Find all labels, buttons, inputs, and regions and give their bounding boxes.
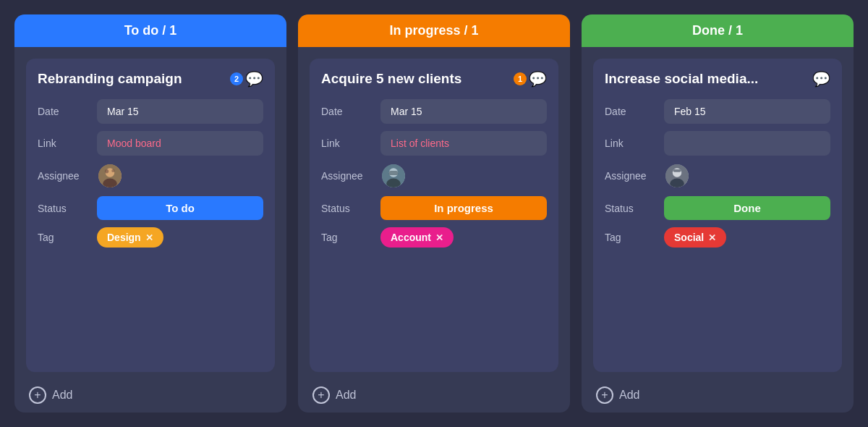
svg-rect-12 bbox=[673, 169, 681, 172]
tag-pill[interactable]: Social ✕ bbox=[664, 227, 726, 248]
date-row: Date Mar 15 bbox=[321, 99, 547, 124]
svg-rect-8 bbox=[389, 171, 398, 175]
card-title: Increase social media... bbox=[605, 71, 807, 87]
link-value[interactable]: List of clients bbox=[380, 131, 547, 156]
card-title-row: Rebranding campaign 2 💬 bbox=[38, 70, 263, 88]
add-icon: + bbox=[596, 386, 613, 404]
card-social: Increase social media... 💬 Date Feb 15 L… bbox=[593, 59, 842, 372]
card-rebranding: Rebranding campaign 2 💬 Date Mar 15 Link… bbox=[26, 59, 275, 372]
link-row: Link bbox=[605, 131, 830, 156]
tag-row: Tag Design ✕ bbox=[38, 227, 263, 248]
add-card-footer[interactable]: + Add bbox=[14, 378, 286, 413]
status-row: Status To do bbox=[38, 196, 263, 220]
status-button[interactable]: Done bbox=[664, 196, 830, 220]
column-header-todo: To do / 1 bbox=[14, 14, 286, 47]
avatar bbox=[380, 163, 407, 189]
tag-pill[interactable]: Design ✕ bbox=[97, 227, 163, 248]
status-row: Status In progress bbox=[321, 196, 547, 220]
tag-label: Tag bbox=[321, 232, 373, 243]
column-header-inprogress: In progress / 1 bbox=[298, 14, 570, 47]
svg-point-3 bbox=[105, 169, 109, 173]
link-row: Link Mood board bbox=[38, 131, 263, 156]
link-value[interactable] bbox=[664, 131, 830, 156]
column-title-todo: To do / 1 bbox=[124, 23, 177, 38]
column-done: Done / 1 Increase social media... 💬 Date… bbox=[582, 14, 854, 413]
tag-value: Social bbox=[674, 232, 704, 243]
column-todo: To do / 1 Rebranding campaign 2 💬 Date M… bbox=[14, 14, 286, 413]
tag-row: Tag Social ✕ bbox=[605, 227, 830, 248]
comment-icon: 💬 bbox=[812, 70, 830, 88]
date-label: Date bbox=[321, 106, 373, 117]
status-label: Status bbox=[321, 203, 373, 214]
card-title: Rebranding campaign bbox=[38, 71, 224, 87]
date-value[interactable]: Mar 15 bbox=[97, 99, 263, 124]
assignee-row: Assignee bbox=[38, 163, 263, 189]
tag-remove[interactable]: ✕ bbox=[145, 232, 153, 243]
date-label: Date bbox=[38, 106, 90, 117]
card-acquire: Acquire 5 new clients 1 💬 Date Mar 15 Li… bbox=[310, 59, 558, 372]
assignee-row: Assignee bbox=[605, 163, 830, 189]
tag-label: Tag bbox=[605, 232, 657, 243]
add-label: Add bbox=[619, 389, 639, 402]
column-header-done: Done / 1 bbox=[582, 14, 854, 47]
comment-badge[interactable]: 💬 bbox=[812, 70, 830, 88]
assignee-label: Assignee bbox=[321, 170, 373, 182]
comment-count: 1 bbox=[514, 72, 527, 85]
tag-value: Account bbox=[391, 232, 431, 243]
add-label: Add bbox=[336, 389, 356, 402]
svg-point-4 bbox=[111, 169, 114, 172]
date-value[interactable]: Mar 15 bbox=[380, 99, 547, 124]
avatar-group bbox=[380, 163, 401, 189]
link-label: Link bbox=[321, 138, 373, 149]
card-title-row: Increase social media... 💬 bbox=[605, 70, 830, 88]
column-title-inprogress: In progress / 1 bbox=[389, 23, 478, 38]
link-label: Link bbox=[605, 138, 657, 149]
column-inprogress: In progress / 1 Acquire 5 new clients 1 … bbox=[298, 14, 570, 413]
date-label: Date bbox=[605, 106, 657, 117]
assignee-label: Assignee bbox=[38, 170, 90, 182]
add-icon: + bbox=[29, 386, 46, 404]
add-label: Add bbox=[52, 389, 72, 402]
tag-row: Tag Account ✕ bbox=[321, 227, 547, 248]
tag-pill[interactable]: Account ✕ bbox=[380, 227, 454, 248]
assignee-label: Assignee bbox=[605, 170, 657, 182]
link-value[interactable]: Mood board bbox=[97, 131, 263, 156]
tag-remove[interactable]: ✕ bbox=[435, 232, 443, 243]
link-label: Link bbox=[38, 138, 90, 149]
avatar bbox=[664, 163, 690, 189]
tag-label: Tag bbox=[38, 232, 90, 243]
card-title-row: Acquire 5 new clients 1 💬 bbox=[321, 70, 547, 88]
tag-remove[interactable]: ✕ bbox=[708, 232, 716, 243]
avatar bbox=[97, 163, 123, 189]
column-title-done: Done / 1 bbox=[692, 23, 743, 38]
avatar-group bbox=[97, 163, 117, 189]
avatar-group bbox=[664, 163, 684, 189]
status-row: Status Done bbox=[605, 196, 830, 220]
card-title: Acquire 5 new clients bbox=[321, 71, 508, 87]
status-label: Status bbox=[605, 203, 657, 214]
date-row: Date Mar 15 bbox=[38, 99, 263, 124]
comment-icon: 💬 bbox=[245, 70, 263, 88]
status-button[interactable]: In progress bbox=[380, 196, 547, 220]
add-icon: + bbox=[312, 386, 330, 404]
status-label: Status bbox=[38, 203, 90, 214]
date-value[interactable]: Feb 15 bbox=[664, 99, 830, 124]
kanban-board: To do / 1 Rebranding campaign 2 💬 Date M… bbox=[0, 0, 868, 427]
add-card-footer[interactable]: + Add bbox=[298, 378, 570, 413]
date-row: Date Feb 15 bbox=[605, 99, 830, 124]
add-card-footer[interactable]: + Add bbox=[582, 378, 854, 413]
comment-count: 2 bbox=[230, 72, 243, 85]
comment-badge[interactable]: 1 💬 bbox=[514, 70, 547, 88]
comment-icon: 💬 bbox=[529, 70, 547, 88]
comment-badge[interactable]: 2 💬 bbox=[230, 70, 263, 88]
tag-value: Design bbox=[107, 232, 141, 243]
link-row: Link List of clients bbox=[321, 131, 547, 156]
assignee-row: Assignee bbox=[321, 163, 547, 189]
status-button[interactable]: To do bbox=[97, 196, 263, 220]
